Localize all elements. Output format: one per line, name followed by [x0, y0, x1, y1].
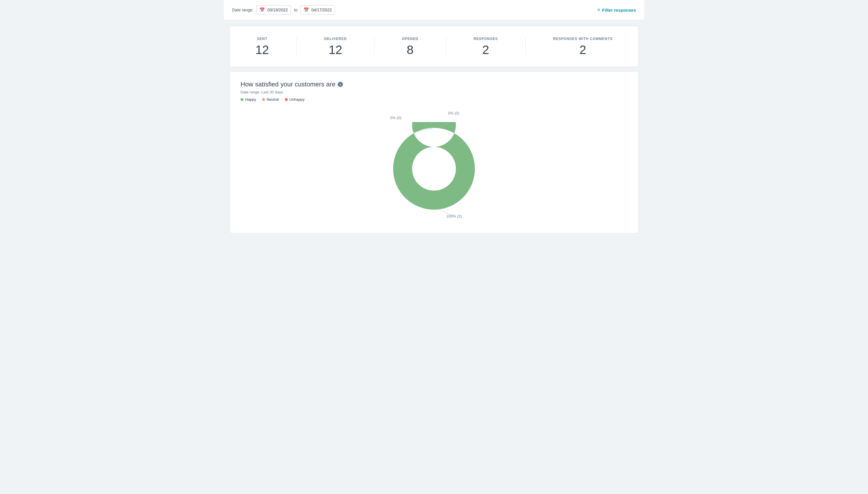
- info-icon[interactable]: i: [338, 82, 343, 87]
- stat-item-delivered: DELIVERED 12: [324, 37, 347, 56]
- donut-chart-svg: [387, 122, 481, 215]
- legend-label: Neutral: [267, 97, 279, 101]
- chart-title: How satisfied your customers are i: [240, 81, 628, 88]
- calendar-icon-to: 📅: [303, 7, 309, 13]
- stat-value: 2: [553, 44, 613, 56]
- stat-label: OPENED: [402, 37, 418, 41]
- legend-label: Happy: [245, 97, 256, 101]
- calendar-icon-from: 📅: [259, 7, 265, 13]
- legend-dot: [262, 98, 265, 101]
- legend-item-unhappy: Unhappy: [285, 97, 305, 101]
- chart-legend: Happy Neutral Unhappy: [240, 97, 628, 101]
- stat-label: DELIVERED: [324, 37, 347, 41]
- filter-responses-button[interactable]: ≡ Filter responses: [597, 7, 636, 13]
- date-from-input[interactable]: 📅 03/19/2022: [256, 5, 291, 15]
- stat-item-responses: RESPONSES 2: [474, 37, 498, 56]
- stat-label: RESPONSES: [474, 37, 498, 41]
- date-range-label: Date range:: [232, 7, 253, 12]
- date-separator: to: [294, 7, 297, 12]
- label-unhappy-top-left: 0% (0): [390, 116, 401, 120]
- stat-label: SENT: [255, 37, 269, 41]
- stat-divider: [446, 38, 446, 55]
- legend-item-happy: Happy: [240, 97, 256, 101]
- stat-value: 12: [255, 44, 269, 56]
- chart-date-range: Date range: Last 30 days: [240, 90, 628, 94]
- stats-card: SENT 12 DELIVERED 12 OPENED 8 RESPONSES …: [230, 26, 638, 67]
- date-to-input[interactable]: 📅 04/17/2022: [300, 5, 335, 15]
- legend-item-neutral: Neutral: [262, 97, 279, 101]
- label-happy-bottom: 100% (2): [446, 214, 462, 218]
- stat-item-opened: OPENED 8: [402, 37, 418, 56]
- legend-label: Unhappy: [290, 97, 305, 101]
- filter-button-label: Filter responses: [602, 7, 636, 13]
- stat-value: 12: [324, 44, 347, 56]
- stat-value: 2: [474, 44, 498, 56]
- label-neutral-top-right: 0% (0): [448, 111, 459, 115]
- stat-divider: [525, 38, 526, 55]
- stat-label: RESPONSES WITH COMMENTS: [553, 37, 613, 41]
- legend-dot: [285, 98, 288, 101]
- donut-chart-wrapper: 0% (0)0% (0)100% (2): [347, 104, 521, 221]
- stat-value: 8: [402, 44, 418, 56]
- stat-item-responses-with-comments: RESPONSES WITH COMMENTS 2: [553, 37, 613, 56]
- date-to-value: 04/17/2022: [311, 7, 332, 12]
- donut-center: [412, 147, 456, 191]
- chart-card: How satisfied your customers are i Date …: [230, 72, 638, 233]
- legend-dot: [240, 98, 243, 101]
- header-bar: Date range: 📅 03/19/2022 to 📅 04/17/2022…: [224, 0, 644, 20]
- date-range-section: Date range: 📅 03/19/2022 to 📅 04/17/2022: [232, 5, 335, 15]
- date-from-value: 03/19/2022: [267, 7, 288, 12]
- stat-item-sent: SENT 12: [255, 37, 269, 56]
- filter-icon: ≡: [597, 7, 600, 13]
- page-wrapper: Date range: 📅 03/19/2022 to 📅 04/17/2022…: [224, 0, 644, 233]
